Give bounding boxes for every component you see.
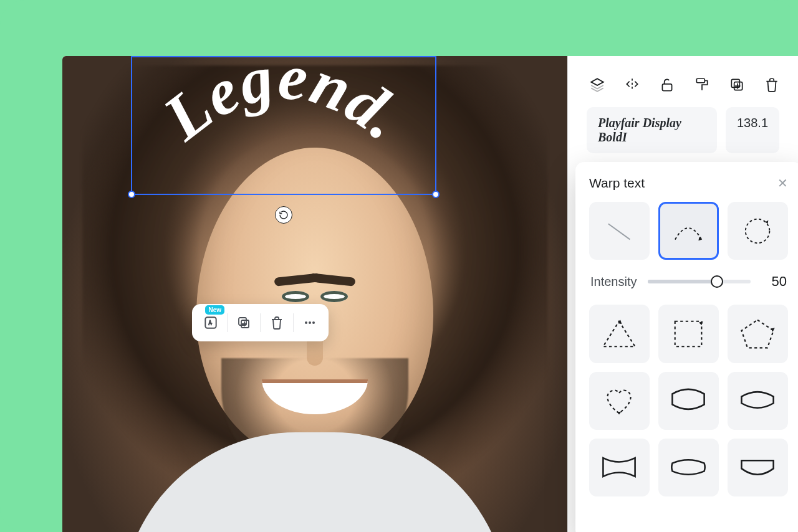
slider-knob[interactable] bbox=[711, 275, 723, 288]
warp-shape-pentagon[interactable] bbox=[728, 305, 788, 363]
font-row: Playfair Display BoldI 138.1 bbox=[568, 107, 798, 164]
delete-icon[interactable] bbox=[764, 76, 780, 93]
resize-handle-br[interactable] bbox=[432, 191, 440, 198]
font-family-select[interactable]: Playfair Display BoldI bbox=[587, 107, 717, 153]
close-icon[interactable]: ✕ bbox=[777, 177, 788, 189]
delete-button[interactable] bbox=[262, 309, 292, 336]
format-painter-icon[interactable] bbox=[694, 76, 710, 93]
svg-rect-8 bbox=[696, 78, 704, 83]
separator bbox=[260, 313, 261, 332]
svg-rect-7 bbox=[662, 84, 671, 91]
more-button[interactable] bbox=[295, 309, 325, 336]
layers-icon[interactable] bbox=[589, 76, 605, 93]
warp-text-popover: Warp text ✕ bbox=[575, 162, 798, 532]
font-size-input[interactable]: 138.1 bbox=[726, 107, 779, 153]
intensity-slider[interactable] bbox=[648, 277, 751, 287]
duplicate-button[interactable] bbox=[229, 309, 259, 336]
floating-toolbar: New bbox=[192, 304, 329, 341]
brow bbox=[309, 273, 355, 287]
svg-point-5 bbox=[309, 321, 311, 324]
editor-app: Legend. New bbox=[62, 56, 798, 532]
intensity-label: Intensity bbox=[590, 275, 637, 289]
selection-box[interactable]: Legend. bbox=[131, 56, 436, 195]
rotate-handle[interactable] bbox=[275, 206, 292, 224]
new-badge: New bbox=[205, 305, 224, 315]
duplicate-icon[interactable] bbox=[729, 76, 745, 93]
slider-fill bbox=[648, 280, 716, 283]
right-panel: Playfair Display BoldI 138.1 Warp text ✕ bbox=[567, 56, 798, 532]
warp-style-arc[interactable] bbox=[658, 202, 719, 260]
svg-point-6 bbox=[312, 321, 315, 324]
text-value[interactable]: Legend. bbox=[150, 57, 419, 154]
intensity-value: 50 bbox=[762, 273, 787, 290]
warp-shape-grid bbox=[589, 305, 788, 496]
intensity-row: Intensity 50 bbox=[590, 273, 787, 290]
warp-shape-arc-down[interactable] bbox=[658, 372, 719, 430]
warp-shape-heart[interactable] bbox=[589, 372, 650, 430]
svg-line-11 bbox=[608, 224, 630, 239]
warp-shape-pill[interactable] bbox=[658, 439, 719, 496]
svg-point-4 bbox=[305, 321, 307, 324]
svg-point-12 bbox=[746, 219, 770, 243]
warp-shape-shield[interactable] bbox=[728, 439, 788, 496]
ai-generate-button[interactable]: New bbox=[196, 309, 226, 336]
eye bbox=[320, 291, 348, 302]
warp-style-circle[interactable] bbox=[728, 202, 788, 260]
background-surface: Legend. New bbox=[0, 0, 798, 532]
warp-shape-arc-down-outline[interactable] bbox=[728, 372, 788, 430]
flip-icon[interactable] bbox=[624, 76, 640, 93]
svg-text:Legend.: Legend. bbox=[150, 57, 419, 154]
warp-style-row bbox=[589, 202, 788, 260]
text-layer[interactable]: Legend. bbox=[132, 57, 435, 194]
resize-handle-bl[interactable] bbox=[128, 191, 135, 198]
warp-shape-bowtie[interactable] bbox=[589, 439, 650, 496]
warp-style-none[interactable] bbox=[589, 202, 650, 260]
separator bbox=[227, 313, 228, 332]
separator bbox=[293, 313, 294, 332]
popover-title: Warp text bbox=[589, 176, 645, 191]
top-toolbar bbox=[568, 56, 798, 107]
canvas-area[interactable]: Legend. New bbox=[62, 56, 567, 532]
unlock-icon[interactable] bbox=[659, 76, 675, 93]
warp-shape-square[interactable] bbox=[658, 305, 719, 363]
svg-rect-13 bbox=[675, 321, 702, 347]
eye bbox=[282, 291, 309, 302]
warp-shape-triangle[interactable] bbox=[589, 305, 650, 363]
